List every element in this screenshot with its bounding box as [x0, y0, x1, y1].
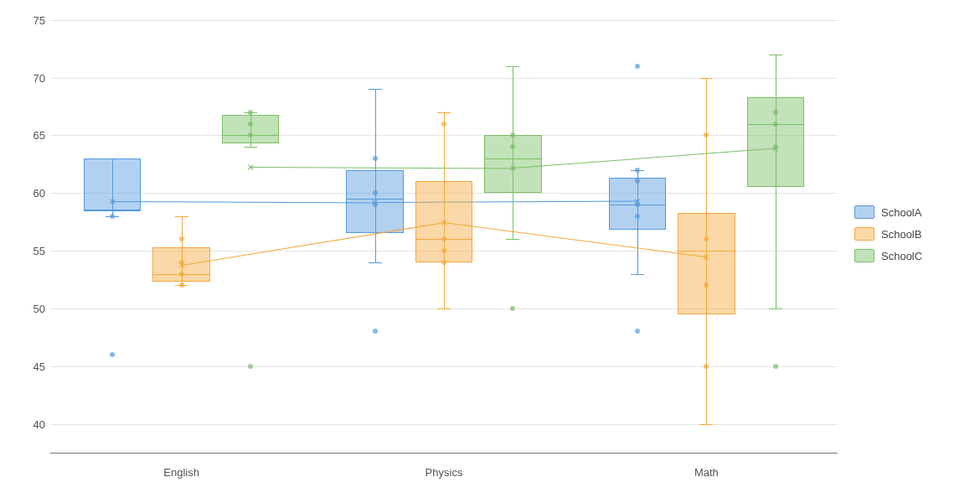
mean-connector [375, 201, 637, 203]
data-point [773, 122, 778, 127]
data-point [441, 122, 446, 127]
grid-line [50, 20, 838, 21]
data-point [635, 202, 640, 207]
data-point [773, 110, 778, 115]
whisker-cap [506, 66, 519, 67]
box [678, 213, 735, 314]
y-tick-label: 40 [34, 417, 45, 430]
x-tick-label: Math [694, 466, 719, 479]
data-point [373, 156, 378, 161]
median-line [484, 158, 541, 159]
data-point [248, 364, 253, 369]
data-point [110, 352, 115, 357]
y-tick-label: 65 [34, 129, 45, 142]
data-point [635, 179, 640, 184]
legend-item[interactable]: SchoolA [854, 205, 922, 219]
data-point [110, 214, 115, 219]
median-line [84, 210, 141, 211]
mean-connector [513, 148, 775, 169]
data-point [635, 64, 640, 69]
data-point [248, 122, 253, 127]
data-point [179, 236, 184, 241]
data-point [248, 132, 253, 137]
whisker-cap [369, 89, 382, 90]
data-point [179, 272, 184, 277]
whisker-cap [244, 147, 257, 148]
whisker-cap [369, 262, 382, 263]
legend-label: SchoolA [881, 206, 921, 219]
whisker-cap [631, 274, 644, 275]
data-point [510, 132, 515, 137]
median-line [678, 251, 735, 252]
y-tick-label: 60 [34, 187, 45, 200]
data-point [704, 132, 709, 137]
y-tick-label: 70 [34, 71, 45, 84]
data-point [441, 248, 446, 253]
y-tick-label: 55 [34, 245, 45, 257]
grid-line [50, 424, 838, 425]
data-point [773, 364, 778, 369]
whisker-cap [699, 424, 713, 425]
plot-area: 4045505560657075EnglishPhysicsMath××××××… [50, 8, 838, 453]
legend-swatch [854, 205, 874, 219]
median-line [346, 199, 403, 200]
legend-label: SchoolC [881, 250, 922, 262]
data-point [704, 236, 709, 241]
data-point [635, 329, 640, 334]
whisker-cap [506, 239, 519, 240]
grid-line [50, 366, 838, 367]
data-point [510, 306, 515, 311]
mean-connector [250, 167, 513, 169]
data-point [635, 168, 640, 173]
legend-label: SchoolB [881, 228, 921, 241]
grid-line [50, 78, 838, 79]
x-axis-line [50, 453, 838, 454]
legend-item[interactable]: SchoolB [854, 227, 922, 241]
whisker-cap [437, 112, 451, 113]
mean-connector [112, 201, 374, 203]
y-tick-label: 75 [34, 13, 45, 26]
data-point [373, 190, 378, 195]
data-point [441, 236, 446, 241]
mean-connector [444, 222, 706, 257]
y-tick-label: 45 [34, 360, 45, 372]
data-point [635, 214, 640, 219]
data-point [704, 283, 709, 288]
whisker-cap [437, 309, 451, 309]
data-point [373, 329, 378, 334]
boxplot-chart: 4045505560657075EnglishPhysicsMath××××××… [0, 0, 980, 503]
box [222, 115, 279, 143]
x-tick-label: Physics [426, 466, 463, 479]
data-point [248, 110, 253, 115]
legend: SchoolASchoolBSchoolC [854, 205, 922, 271]
x-tick-label: English [163, 466, 199, 479]
data-point [179, 283, 184, 288]
mean-connector [182, 222, 444, 266]
whisker-cap [175, 216, 188, 217]
legend-item[interactable]: SchoolC [854, 249, 922, 262]
whisker-cap [769, 309, 782, 309]
legend-swatch [854, 249, 874, 262]
data-point [510, 144, 515, 149]
y-tick-label: 50 [34, 302, 45, 314]
whisker-cap [769, 54, 782, 55]
data-point [441, 260, 446, 265]
data-point [704, 364, 709, 369]
box [84, 158, 141, 210]
whisker-cap [699, 78, 713, 79]
legend-swatch [854, 227, 874, 241]
